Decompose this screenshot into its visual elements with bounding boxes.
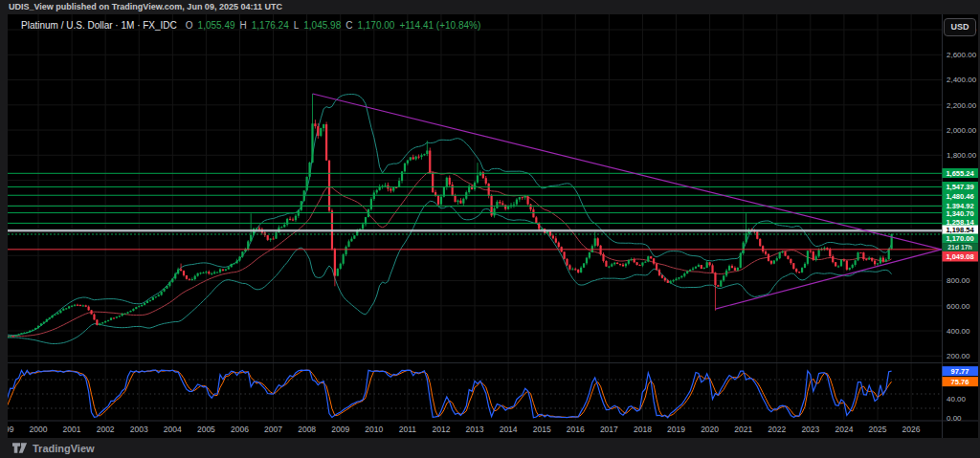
tradingview-snapshot: { "status_bar": { "text": "UDIS_View pub… xyxy=(0,0,980,458)
svg-text:1,655.24: 1,655.24 xyxy=(946,169,974,178)
svg-text:2021: 2021 xyxy=(734,425,752,434)
svg-text:2017: 2017 xyxy=(600,425,618,434)
svg-text:2019: 2019 xyxy=(667,425,685,434)
svg-text:2,400.00: 2,400.00 xyxy=(947,76,977,84)
svg-text:2018: 2018 xyxy=(634,425,652,434)
svg-text:2020: 2020 xyxy=(701,425,719,434)
currency-unit-button[interactable]: USD xyxy=(944,18,976,36)
svg-text:2010: 2010 xyxy=(365,425,383,434)
svg-text:2022: 2022 xyxy=(768,425,786,434)
svg-text:2005: 2005 xyxy=(197,425,215,434)
price-chart[interactable]: 2,800.002,600.002,400.002,200.002,000.00… xyxy=(8,14,978,438)
svg-text:2015: 2015 xyxy=(533,425,551,434)
svg-text:0.00: 0.00 xyxy=(947,414,962,423)
svg-text:2,000.00: 2,000.00 xyxy=(947,126,977,135)
svg-text:1,547.39: 1,547.39 xyxy=(946,183,973,191)
svg-text:2008: 2008 xyxy=(298,425,316,434)
svg-text:1,170.00: 1,170.00 xyxy=(946,234,973,243)
svg-text:2026: 2026 xyxy=(902,425,921,434)
svg-text:1999: 1999 xyxy=(8,425,14,434)
svg-text:2004: 2004 xyxy=(164,425,182,434)
svg-text:1,340.70: 1,340.70 xyxy=(946,209,973,218)
svg-text:1,480.46: 1,480.46 xyxy=(946,192,973,201)
svg-text:2016: 2016 xyxy=(567,425,585,434)
svg-text:800.00: 800.00 xyxy=(947,276,970,285)
status-bar: UDIS_View published on TradingView.com, … xyxy=(0,0,980,14)
svg-text:2006: 2006 xyxy=(231,425,249,434)
svg-text:2025: 2025 xyxy=(869,425,887,434)
svg-text:97.77: 97.77 xyxy=(951,367,969,376)
svg-text:2000: 2000 xyxy=(30,425,48,434)
svg-text:40.00: 40.00 xyxy=(947,395,967,403)
chart-panel[interactable]: 2,800.002,600.002,400.002,200.002,000.00… xyxy=(8,14,978,438)
trendlines[interactable] xyxy=(313,94,942,309)
svg-text:21d 17h: 21d 17h xyxy=(947,244,971,251)
footer-brand[interactable]: TradingView xyxy=(33,443,95,454)
svg-text:400.00: 400.00 xyxy=(947,327,970,336)
footer-bar: TradingView xyxy=(0,438,980,458)
svg-text:2024: 2024 xyxy=(835,425,853,434)
svg-text:2001: 2001 xyxy=(63,425,81,434)
svg-text:2002: 2002 xyxy=(97,425,115,434)
tradingview-logo-icon xyxy=(12,442,28,454)
svg-text:1,049.08: 1,049.08 xyxy=(946,252,973,261)
svg-text:1,800.00: 1,800.00 xyxy=(947,151,977,160)
svg-text:2012: 2012 xyxy=(432,425,450,434)
svg-text:2014: 2014 xyxy=(500,425,518,434)
svg-text:1,198.54: 1,198.54 xyxy=(946,226,974,234)
status-bar-text: UDIS_View published on TradingView.com, … xyxy=(9,2,282,11)
svg-text:2023: 2023 xyxy=(801,425,819,434)
svg-text:2,200.00: 2,200.00 xyxy=(947,101,977,110)
svg-text:2013: 2013 xyxy=(466,425,484,434)
svg-text:2011: 2011 xyxy=(399,425,417,434)
svg-text:2,600.00: 2,600.00 xyxy=(947,51,977,59)
svg-text:2003: 2003 xyxy=(130,425,148,434)
svg-text:200.00: 200.00 xyxy=(947,352,970,360)
svg-text:75.76: 75.76 xyxy=(951,378,969,386)
grid-lines xyxy=(8,14,942,420)
svg-text:600.00: 600.00 xyxy=(947,302,970,311)
pane-borders xyxy=(8,14,978,438)
time-axis[interactable]: 1999200020012002200320042005200620072008… xyxy=(8,425,921,434)
svg-text:2009: 2009 xyxy=(331,425,349,434)
bollinger-bands xyxy=(8,95,892,344)
svg-text:2007: 2007 xyxy=(264,425,282,434)
